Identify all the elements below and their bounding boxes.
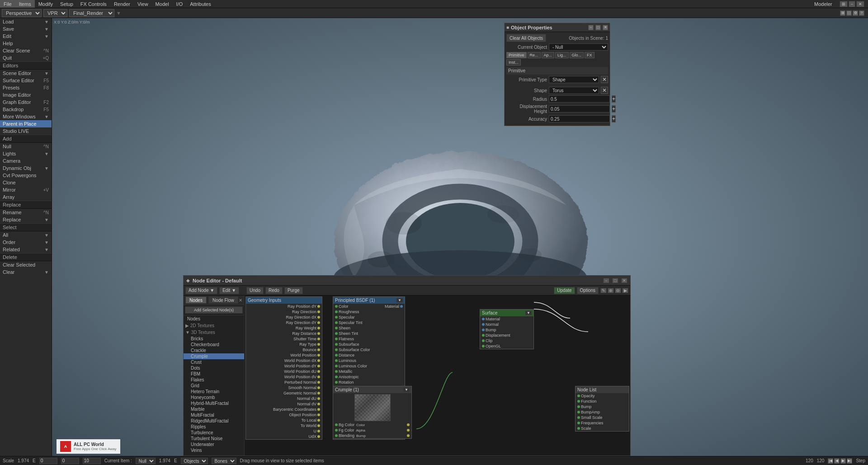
menu-edit[interactable]: Edit ▼ [0, 33, 52, 40]
add-camera[interactable]: Camera [0, 157, 52, 164]
bsdf-dropdown[interactable]: ▼ [396, 298, 403, 302]
clear[interactable]: Clear ▼ [0, 268, 52, 276]
play-end-icon[interactable]: ▶| [847, 458, 852, 464]
menu-file[interactable]: File [0, 0, 15, 8]
radius-adjust[interactable]: + [612, 95, 616, 103]
graph-editor[interactable]: Graph Editor F2 [0, 99, 52, 106]
nl-2d-textures-group[interactable]: ▶ 2D Textures [184, 322, 244, 329]
menu-help[interactable]: Help [0, 40, 52, 47]
nodes-tab[interactable]: Nodes [185, 296, 207, 304]
update-button[interactable]: Update [554, 287, 575, 294]
surface-node[interactable]: Surface ▼ Material Normal Bump Displacem… [480, 309, 534, 349]
nl-checkerboard[interactable]: Checkerboard [184, 342, 244, 348]
nl-grid[interactable]: Grid [184, 383, 244, 389]
presets[interactable]: Presets F8 [0, 84, 52, 91]
nl-crust[interactable]: Crust [184, 359, 244, 365]
menu-quit[interactable]: Quit +Q [0, 54, 52, 61]
shape-select[interactable]: Torus [549, 87, 599, 94]
current-object-select[interactable]: - Null [549, 43, 608, 51]
current-item-select[interactable]: Null [136, 458, 156, 464]
tab-re[interactable]: Re... [528, 52, 541, 58]
play-back-icon[interactable]: ◀ [834, 458, 840, 464]
add-lights[interactable]: Lights ▼ [0, 150, 52, 157]
obj-props-maximize[interactable]: □ [595, 25, 601, 30]
nl-flakes[interactable]: Flakes [184, 377, 244, 383]
tab-ap[interactable]: Ap... [542, 52, 555, 58]
studio-live[interactable]: Studio LIVE [0, 127, 52, 135]
nl-ripples[interactable]: Ripples [184, 424, 244, 430]
node-editor-minimize[interactable]: − [603, 278, 609, 283]
node-canvas[interactable]: Geometry Inputs Ray Position dY Ray Dire… [245, 296, 630, 456]
select-order[interactable]: Order ▼ [0, 239, 52, 246]
menu-fx[interactable]: FX Controls [77, 0, 110, 8]
nl-crumple[interactable]: Crumple [184, 353, 244, 359]
surface-editor[interactable]: Surface Editor F5 [0, 77, 52, 84]
vpr-select[interactable]: VPR [43, 9, 67, 17]
edit-button[interactable]: Edit ▼ [219, 287, 239, 294]
obj-props-minimize[interactable]: − [588, 25, 594, 30]
nl-bricks[interactable]: Bricks [184, 336, 244, 342]
ne-next-icon[interactable]: ▶ [622, 288, 628, 293]
menu-render[interactable]: Render [110, 0, 134, 8]
ne-search-icon[interactable]: ⊕ [608, 288, 614, 293]
help-icon[interactable]: ? [859, 10, 864, 16]
settings-icon[interactable]: ⚙ [853, 10, 858, 16]
nl-hetero-terrain[interactable]: Hetero Terrain [184, 389, 244, 395]
more-windows[interactable]: More Windows ▼ [0, 113, 52, 120]
nl-hybrid-multi[interactable]: Hybrid-MultiFractal [184, 400, 244, 406]
primitive-type-select[interactable]: Shape [549, 76, 599, 83]
nl-turbulent-noise[interactable]: Turbulent Noise [184, 436, 244, 442]
object-type-select[interactable]: Objects [181, 458, 208, 464]
node-editor-maximize[interactable]: □ [612, 278, 618, 283]
window-controls[interactable]: ⊞ − ✕ [836, 0, 868, 8]
displacement-input[interactable] [549, 105, 610, 113]
purge-button[interactable]: Purge [284, 287, 303, 294]
undo-button[interactable]: Undo [246, 287, 264, 294]
nl-marble[interactable]: Marble [184, 406, 244, 412]
tab-glo[interactable]: Glo... [570, 52, 584, 58]
ne-zoom-icon[interactable]: ⊖ [615, 288, 621, 293]
nl-ridged[interactable]: RidgedMultiFractal [184, 418, 244, 424]
right-node-list[interactable]: Node List Opacity Function Bump BumpAmp … [575, 386, 629, 432]
menu-setup[interactable]: Setup [57, 0, 77, 8]
nl-fbm[interactable]: FBM [184, 371, 244, 377]
layout-icon[interactable]: ⊞ [840, 10, 845, 16]
menu-load[interactable]: Load ▼ [0, 18, 52, 25]
nl-turbulence[interactable]: Turbulence [184, 430, 244, 436]
tab-lig[interactable]: Lig... [555, 52, 569, 58]
menu-view[interactable]: View [134, 0, 152, 8]
parent-in-place[interactable]: Parent in Place [0, 120, 52, 127]
obj-props-close[interactable]: ✕ [603, 25, 608, 30]
maximize-icon[interactable]: □ [846, 10, 852, 16]
mirror[interactable]: Mirror +V [0, 186, 52, 193]
nl-multifractal[interactable]: MultiFractal [184, 412, 244, 418]
nl-dots[interactable]: Dots [184, 365, 244, 371]
geometry-node[interactable]: Geometry Inputs Ray Position dY Ray Dire… [245, 296, 322, 440]
bones-select[interactable]: Bones [212, 458, 236, 464]
nl-veins[interactable]: Veins [184, 447, 244, 453]
cvt-powergons[interactable]: Cvt Powergons [0, 172, 52, 179]
menu-items[interactable]: Items [15, 0, 35, 8]
z-input2[interactable] [83, 458, 101, 464]
ne-pencil-icon[interactable]: ✎ [600, 288, 607, 293]
crumple-node[interactable]: Crumple (1) ▼ Bg ColorColor Fg ColorAlph… [333, 386, 412, 439]
add-node-button[interactable]: Add Node ▼ [185, 287, 217, 294]
nl-crackle[interactable]: Crackle [184, 348, 244, 353]
primitive-type-reset[interactable]: ✕ [601, 76, 608, 83]
select-related[interactable]: Related ▼ [0, 246, 52, 253]
displacement-adjust[interactable]: + [612, 105, 616, 113]
crumple-dropdown[interactable]: ▼ [403, 388, 410, 392]
menu-clear-scene[interactable]: Clear Scene ^N [0, 47, 52, 54]
tab-fx[interactable]: FX [585, 52, 594, 58]
menu-save[interactable]: Save ▼ [0, 25, 52, 33]
perspective-select[interactable]: Perspective [2, 9, 42, 17]
options-button[interactable]: Options [577, 287, 599, 294]
menu-io[interactable]: I/O [173, 0, 187, 8]
add-selected-node-button[interactable]: Add Selected Node(s) [185, 306, 243, 314]
play-start-icon[interactable]: |◀ [828, 458, 833, 464]
clear-all-objects-button[interactable]: Clear All Objects [506, 34, 546, 42]
nl-honeycomb[interactable]: Honeycomb [184, 395, 244, 400]
shape-reset[interactable]: ✕ [601, 87, 608, 94]
node-list-close[interactable]: ✕ [239, 298, 242, 303]
add-dynamic-obj[interactable]: Dynamic Obj ▼ [0, 164, 52, 172]
